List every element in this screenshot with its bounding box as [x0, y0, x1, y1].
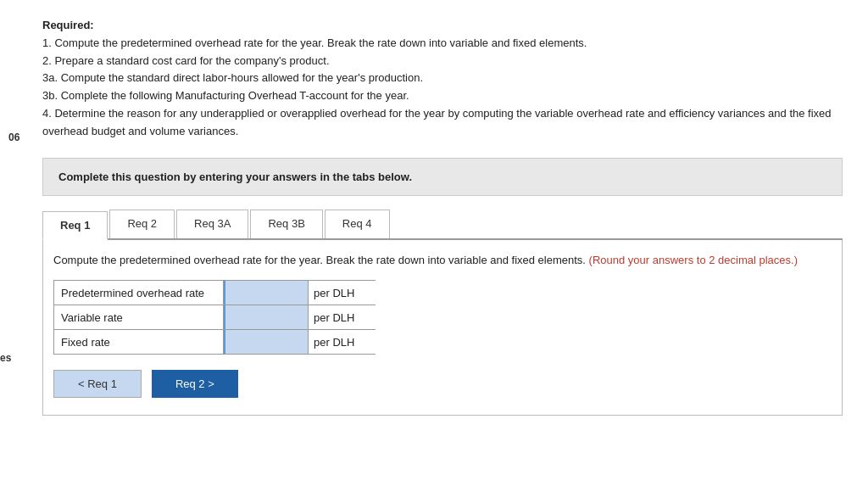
required-item-3a: 3a. Compute the standard direct labor-ho…: [42, 70, 843, 87]
input-fixed[interactable]: [224, 330, 309, 355]
tabs-row: Req 1 Req 2 Req 3A Req 3B Req 4: [42, 210, 843, 240]
required-item-4: 4. Determine the reason for any underapp…: [42, 105, 843, 141]
table-row: Variable rate per DLH: [54, 305, 376, 330]
input-field-fixed[interactable]: [224, 330, 308, 354]
next-button[interactable]: Req 2 >: [152, 370, 238, 398]
unit-variable: per DLH: [309, 305, 376, 330]
buttons-row: < Req 1 Req 2 >: [53, 370, 832, 398]
table-row: Predetermined overhead rate per DLH: [54, 281, 376, 305]
tab-instruction: Compute the predetermined overhead rate …: [53, 252, 832, 269]
input-field-predetermined[interactable]: [224, 281, 308, 305]
instruction-box: Complete this question by entering your …: [42, 158, 843, 196]
tab-req1[interactable]: Req 1: [42, 211, 108, 240]
side-label: 06: [8, 131, 19, 143]
tab-req3a[interactable]: Req 3A: [176, 210, 248, 238]
row-label-fixed: Fixed rate: [54, 330, 224, 355]
round-note-text: (Round your answers to 2 decimal places.…: [589, 254, 798, 266]
input-field-variable[interactable]: [224, 305, 308, 329]
row-label-predetermined: Predetermined overhead rate: [54, 281, 224, 305]
required-item-1: 1. Compute the predetermined overhead ra…: [42, 35, 843, 53]
table-row: Fixed rate per DLH: [54, 330, 376, 355]
required-item-2: 2. Prepare a standard cost card for the …: [42, 53, 843, 70]
prev-button[interactable]: < Req 1: [53, 370, 142, 398]
unit-fixed: per DLH: [309, 330, 376, 355]
tab-req4[interactable]: Req 4: [325, 210, 390, 238]
row-label-variable: Variable rate: [54, 305, 224, 330]
side-label2: es: [0, 352, 11, 364]
input-variable[interactable]: [224, 305, 309, 330]
tab-content: Compute the predetermined overhead rate …: [42, 240, 843, 416]
tab-instruction-text: Compute the predetermined overhead rate …: [53, 254, 586, 266]
required-section: Required: 1. Compute the predetermined o…: [42, 17, 843, 141]
required-title: Required:: [42, 17, 843, 35]
tab-req2[interactable]: Req 2: [109, 210, 175, 238]
unit-predetermined: per DLH: [309, 281, 376, 305]
overhead-table: Predetermined overhead rate per DLH Vari…: [53, 280, 376, 355]
required-item-3b: 3b. Complete the following Manufacturing…: [42, 87, 843, 105]
input-predetermined[interactable]: [224, 281, 309, 305]
tab-req3b[interactable]: Req 3B: [250, 210, 322, 238]
instruction-box-text: Complete this question by entering your …: [58, 170, 412, 183]
